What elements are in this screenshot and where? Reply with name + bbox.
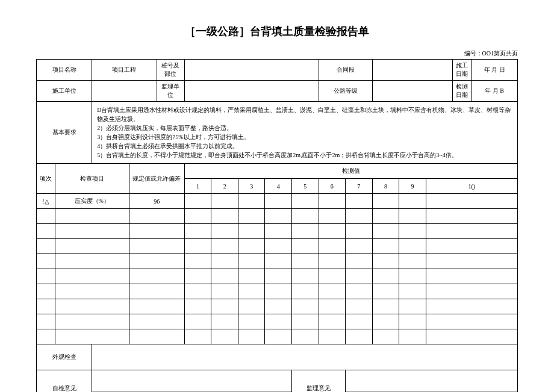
self-opinion-label: 自检意见	[37, 370, 92, 393]
project-name-label: 项目名称	[37, 60, 92, 81]
contract-value	[372, 60, 453, 81]
col-10: 1()	[426, 179, 517, 194]
appearance-label: 外观检查	[37, 344, 92, 370]
supervise-opinion-value	[346, 370, 518, 391]
col-8: 8	[372, 179, 399, 194]
col-3: 3	[238, 179, 265, 194]
check-item-header: 检查项目	[55, 164, 129, 194]
seq-1: !△	[37, 194, 55, 209]
stake-value	[184, 60, 319, 81]
col-4: 4	[265, 179, 292, 194]
header-row-1: 项目名称 项目工程 桩号及部位 合同段 施工日期 年 月 日	[37, 60, 518, 81]
basic-req-label: 基本要求	[37, 102, 92, 164]
supervise-opinion-label: 监理意见	[292, 370, 346, 393]
col-1: 1	[184, 179, 211, 194]
supervise-unit-label: 监理单位	[157, 81, 184, 102]
col-6: 6	[319, 179, 346, 194]
empty-row	[37, 269, 518, 284]
appearance-value	[92, 344, 518, 370]
empty-row	[37, 329, 518, 344]
main-table: 项目名称 项目工程 桩号及部位 合同段 施工日期 年 月 日 施工单位 监理单位…	[36, 59, 518, 392]
col-7: 7	[346, 179, 373, 194]
project-eng-label: 项目工程	[92, 60, 157, 81]
construct-unit-label: 施工单位	[37, 81, 92, 102]
check-header-row-1: 项次 检查项目 规定值或允许偏差 检测值	[37, 164, 518, 179]
empty-row	[37, 224, 518, 239]
contract-label: 合同段	[319, 60, 372, 81]
empty-row	[37, 209, 518, 224]
construct-date-value: 年 月 日	[472, 60, 518, 81]
empty-row	[37, 284, 518, 299]
col-9: 9	[399, 179, 426, 194]
data-row-1: !△ 压实度（%） 96	[37, 194, 518, 209]
seq-header: 项次	[37, 164, 55, 194]
construct-date-label: 施工日期	[453, 60, 472, 81]
spec-1: 96	[129, 194, 184, 209]
empty-row	[37, 299, 518, 314]
header-row-2: 施工单位 监理单位 公路等级 检测日期 年 月 B	[37, 81, 518, 102]
inspect-date-label: 检测日期	[453, 81, 472, 102]
col-2: 2	[211, 179, 238, 194]
appearance-row: 外观检查	[37, 344, 518, 370]
basic-req-text: D台背填土应采用透水性材料或设计规定的填料，严禁采用腐植土、盐渍土、淤泥、白垩土…	[92, 102, 518, 164]
road-grade-value	[372, 81, 453, 102]
self-opinion-value	[92, 370, 292, 391]
construct-unit-value	[92, 81, 157, 102]
measure-header: 检测值	[184, 164, 517, 179]
doc-number: 编号：OO1第页共页	[36, 49, 518, 58]
empty-row	[37, 254, 518, 269]
col-5: 5	[292, 179, 319, 194]
basic-req-row: 基本要求 D台背填土应采用透水性材料或设计规定的填料，严禁采用腐植土、盐渍土、淤…	[37, 102, 518, 164]
page-title: ［一级公路］台背填土质量检验报告单	[36, 24, 518, 39]
opinion-row: 自检意见 监理意见	[37, 370, 518, 391]
spec-header: 规定值或允许偏差	[129, 164, 184, 194]
supervise-unit-value	[184, 81, 319, 102]
inspect-date-value: 年 月 B	[472, 81, 518, 102]
empty-row	[37, 314, 518, 329]
road-grade-label: 公路等级	[319, 81, 372, 102]
stake-label: 桩号及部位	[157, 60, 184, 81]
item-1: 压实度（%）	[55, 194, 129, 209]
empty-row	[37, 239, 518, 254]
